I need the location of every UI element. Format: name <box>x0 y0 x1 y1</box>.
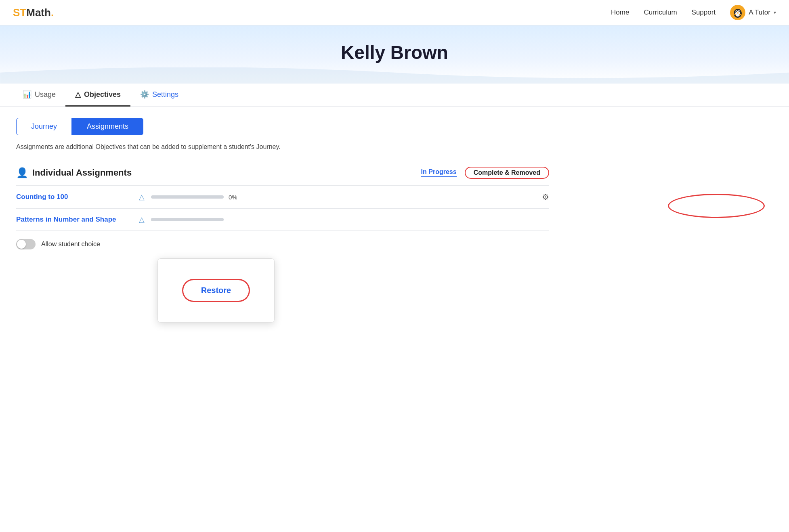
journey-assignments-toggle: Journey Assignments <box>16 118 549 135</box>
individual-assignments-header: 👤 Individual Assignments In Progress Com… <box>16 167 549 179</box>
tabs-bar: 📊 Usage △ Objectives ⚙️ Settings <box>0 84 789 107</box>
logo-math: Math <box>26 6 51 19</box>
svg-point-4 <box>736 11 737 12</box>
table-row: Patterns in Number and Shape △ <box>16 209 549 231</box>
allow-student-choice-row: Allow student choice <box>16 231 549 258</box>
progress-bar-bg-1 <box>151 195 224 199</box>
progress-bar-fill-2 <box>151 218 158 221</box>
penguin-icon <box>732 6 744 19</box>
assignments-description: Assignments are additional Objectives th… <box>16 143 549 151</box>
allow-choice-toggle[interactable] <box>16 239 36 249</box>
tab-objectives[interactable]: △ Objectives <box>65 84 130 107</box>
assignment-name-patterns[interactable]: Patterns in Number and Shape <box>16 216 129 224</box>
progress-bar-bg-2 <box>151 218 224 221</box>
tab-settings-label: Settings <box>152 90 178 99</box>
triangle-icon: △ <box>75 90 81 99</box>
main-content: Journey Assignments Assignments are addi… <box>0 107 565 269</box>
assignments-button[interactable]: Assignments <box>72 118 143 135</box>
hero-banner: Kelly Brown <box>0 25 789 84</box>
assignment-triangle-icon-2: △ <box>139 215 145 224</box>
assignment-name-counting[interactable]: Counting to 100 <box>16 193 129 201</box>
svg-point-5 <box>739 11 739 12</box>
nav-curriculum[interactable]: Curriculum <box>644 8 677 17</box>
assignment-list: Counting to 100 △ 0% ⚙ Patterns in Numbe… <box>16 185 549 258</box>
tab-usage-label: Usage <box>35 90 56 99</box>
complete-removed-tab[interactable]: Complete & Removed <box>465 167 549 179</box>
bar-chart-icon: 📊 <box>23 90 31 99</box>
logo-st: ST <box>13 6 26 19</box>
student-name: Kelly Brown <box>0 42 789 63</box>
section-title-group: 👤 Individual Assignments <box>16 167 132 178</box>
section-status-tabs: In Progress Complete & Removed <box>421 167 549 179</box>
gear-tab-icon: ⚙️ <box>140 90 149 99</box>
restore-popup: Restore <box>157 258 275 269</box>
nav-home[interactable]: Home <box>611 8 629 17</box>
tab-usage[interactable]: 📊 Usage <box>13 84 65 107</box>
nav-links: Home Curriculum Support A Tutor ▾ <box>611 5 776 20</box>
svg-point-7 <box>734 14 737 15</box>
logo[interactable]: ST Math. <box>13 6 54 19</box>
in-progress-tab[interactable]: In Progress <box>421 168 457 177</box>
table-row: Counting to 100 △ 0% ⚙ <box>16 186 549 209</box>
assignment-triangle-icon-1: △ <box>139 193 145 201</box>
complete-removed-circle-annotation <box>668 194 765 218</box>
person-icon: 👤 <box>16 167 28 178</box>
svg-point-6 <box>737 13 739 14</box>
progress-pct-1: 0% <box>229 194 237 201</box>
settings-gear-icon-1[interactable]: ⚙ <box>542 192 549 202</box>
avatar <box>730 5 745 20</box>
chevron-down-icon: ▾ <box>774 10 776 15</box>
app-header: ST Math. Home Curriculum Support <box>0 0 789 25</box>
svg-point-8 <box>739 14 741 15</box>
journey-button[interactable]: Journey <box>16 118 72 135</box>
nav-support[interactable]: Support <box>692 8 716 17</box>
progress-bar-wrap-2 <box>151 218 549 221</box>
section-title: Individual Assignments <box>32 168 132 178</box>
tab-objectives-label: Objectives <box>84 90 121 99</box>
progress-bar-wrap-1: 0% <box>151 194 532 201</box>
allow-choice-label: Allow student choice <box>41 241 100 248</box>
nav-user-menu[interactable]: A Tutor ▾ <box>730 5 776 20</box>
nav-user-label: A Tutor <box>749 8 770 17</box>
tab-settings[interactable]: ⚙️ Settings <box>130 84 188 107</box>
logo-dot: . <box>51 6 54 19</box>
